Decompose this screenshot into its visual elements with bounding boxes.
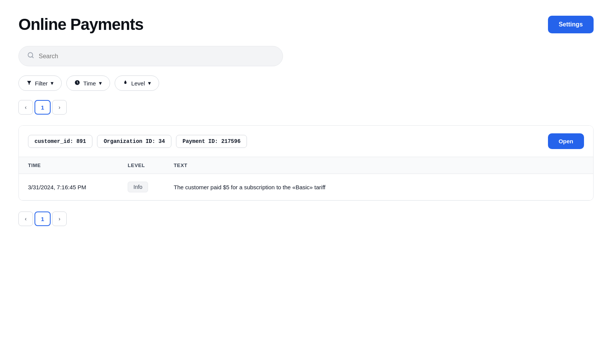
time-label: Time: [83, 80, 96, 87]
filter-icon: [26, 80, 32, 87]
log-table-body: 3/31/2024, 7:16:45 PM Info The customer …: [19, 174, 593, 200]
filter-row: Filter ▾ Time ▾ Level ▾: [18, 75, 594, 91]
search-input[interactable]: [39, 53, 274, 60]
svg-line-1: [32, 56, 33, 57]
org-id-tag: Organization ID: 34: [97, 135, 171, 148]
filter-button[interactable]: Filter ▾: [18, 75, 62, 91]
pagination-bottom-next[interactable]: ›: [52, 212, 67, 226]
col-header-time: TIME: [19, 157, 118, 174]
filter-label: Filter: [35, 80, 48, 87]
filter-chevron-icon: ▾: [51, 80, 54, 87]
level-filter-button[interactable]: Level ▾: [115, 75, 159, 91]
log-time: 3/31/2024, 7:16:45 PM: [19, 174, 118, 200]
log-card-header: customer_id: 891 Organization ID: 34 Pay…: [19, 126, 593, 157]
level-chevron-icon: ▾: [148, 80, 151, 87]
log-text: The customer paid $5 for a subscription …: [165, 174, 593, 200]
table-row: 3/31/2024, 7:16:45 PM Info The customer …: [19, 174, 593, 200]
fire-icon: [123, 80, 128, 87]
search-container: [18, 46, 283, 66]
level-badge: Info: [128, 182, 148, 192]
page-title: Online Payments: [18, 15, 143, 34]
log-level: Info: [118, 174, 165, 200]
pagination-top-next[interactable]: ›: [52, 100, 67, 115]
open-button[interactable]: Open: [548, 133, 584, 149]
log-table: TIME LEVEL TEXT 3/31/2024, 7:16:45 PM In…: [19, 157, 593, 200]
search-wrapper: [18, 46, 594, 66]
payment-id-tag: Payment ID: 217596: [176, 135, 247, 148]
pagination-bottom-page: 1: [35, 212, 51, 226]
col-header-text: TEXT: [165, 157, 593, 174]
pagination-bottom-prev[interactable]: ‹: [18, 212, 33, 226]
level-label: Level: [131, 80, 145, 87]
pagination-bottom: ‹ 1 ›: [18, 212, 594, 226]
page-header: Online Payments Settings: [18, 15, 594, 34]
time-filter-button[interactable]: Time ▾: [66, 75, 110, 91]
log-card: customer_id: 891 Organization ID: 34 Pay…: [18, 125, 594, 201]
time-chevron-icon: ▾: [99, 80, 102, 87]
pagination-top: ‹ 1 ›: [18, 100, 594, 115]
clock-icon: [74, 80, 80, 87]
settings-button[interactable]: Settings: [548, 16, 594, 33]
svg-marker-2: [27, 81, 31, 84]
customer-id-tag: customer_id: 891: [28, 135, 92, 148]
pagination-top-page: 1: [35, 100, 51, 115]
col-header-level: LEVEL: [118, 157, 165, 174]
log-table-header: TIME LEVEL TEXT: [19, 157, 593, 174]
log-card-tags: customer_id: 891 Organization ID: 34 Pay…: [28, 135, 247, 148]
search-icon: [27, 52, 34, 61]
pagination-top-prev[interactable]: ‹: [18, 100, 33, 115]
